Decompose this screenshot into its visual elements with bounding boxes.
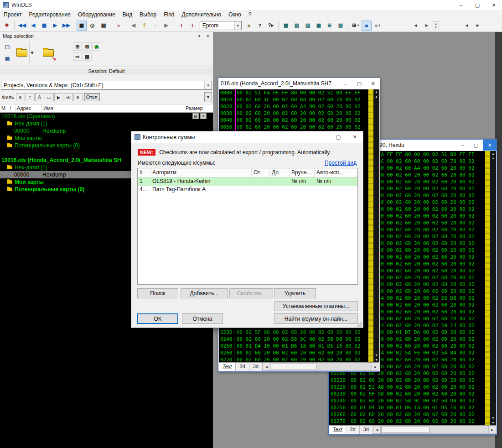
export-file-icon[interactable]: ↑	[150, 21, 160, 31]
column-header[interactable]: /	[8, 104, 16, 112]
version-list-icon[interactable]: ▦	[39, 21, 49, 31]
column-header[interactable]: Вручн...	[290, 168, 315, 177]
add-map-icon[interactable]: ⊞	[73, 42, 82, 51]
map-grid-small-icon[interactable]: ▦	[83, 52, 92, 61]
tree-folder[interactable]: Hex-дамп (1)	[0, 120, 213, 127]
tab-text[interactable]: Text	[329, 426, 346, 434]
hscroll-thumb[interactable]	[381, 427, 430, 433]
export-map-icon[interactable]: ⇨	[73, 52, 82, 61]
scroll-down-icon[interactable]: ▾	[490, 416, 496, 420]
scroll-up-icon[interactable]: ▴	[490, 156, 496, 160]
filter-dots-icon[interactable]: ::	[26, 93, 35, 101]
ok-button[interactable]: OK	[137, 313, 178, 324]
help-icon[interactable]: ?	[255, 21, 265, 31]
column-header[interactable]: Адрес	[16, 104, 42, 112]
close-button[interactable]: ✕	[347, 131, 363, 143]
menu-item[interactable]: Окно	[225, 10, 245, 19]
menu-item[interactable]: Дополнительно	[178, 10, 225, 19]
import-project-icon[interactable]: ↘	[39, 42, 57, 64]
column-header[interactable]: От	[252, 168, 270, 177]
tab-3d[interactable]: 3d	[360, 426, 373, 434]
filter-skip-icon[interactable]: ≪	[64, 93, 73, 101]
hscroll-left-icon[interactable]: ◂	[263, 363, 270, 371]
scroll-arrow-column[interactable]: ▴ ▴ ▾ ▾	[490, 151, 496, 425]
row-right-icon[interactable]: ▸	[473, 21, 483, 31]
map-list-icon[interactable]: ▩	[281, 21, 291, 31]
scroll-up-icon[interactable]: ▴	[373, 94, 379, 99]
search-button[interactable]: Поиск	[137, 288, 178, 298]
minimize-button[interactable]: –	[455, 140, 469, 151]
maximize-button[interactable]: ▢	[352, 78, 366, 89]
panel-menu-icon[interactable]: ▾	[196, 33, 203, 39]
insert-column-icon[interactable]: I	[187, 21, 197, 31]
menu-item[interactable]: Вид	[119, 10, 136, 19]
last-version-icon[interactable]: ▶▶	[61, 21, 72, 31]
scroll-down-icon[interactable]: ▾	[490, 421, 496, 425]
delete-map-icon[interactable]: ⊠	[83, 42, 92, 51]
checksum-row[interactable]: 1OLS819 - Honda-Keihin№ п/п№ п/п	[138, 177, 357, 186]
menu-item[interactable]: ?	[245, 10, 255, 19]
tab-text[interactable]: Text	[219, 363, 236, 371]
tab-2d[interactable]: 2d	[236, 363, 249, 371]
column-header[interactable]: Имя	[42, 104, 184, 112]
keys-icon[interactable]: ¤	[244, 21, 254, 31]
checksums-table[interactable]: #АлгоритмОтДоВручн...Авто-исп... 1OLS819…	[137, 168, 358, 285]
filter-equals-icon[interactable]: ≡	[16, 93, 25, 101]
close-button[interactable]: ✕	[366, 78, 380, 89]
map-new-icon[interactable]: ▨	[292, 21, 302, 31]
session-bar[interactable]: Session: Default	[1, 67, 212, 75]
map-close-icon[interactable]: ▦	[314, 21, 324, 31]
first-version-icon[interactable]: ◀◀	[17, 21, 27, 31]
map-delete-icon[interactable]: ▧	[303, 21, 313, 31]
resize-grip[interactable]	[356, 321, 362, 327]
open-project-icon[interactable]	[15, 42, 29, 64]
window-layout-icon[interactable]: ⊞▾	[351, 21, 361, 31]
scroll-down-icon[interactable]: ▾	[373, 353, 379, 357]
maximize-button[interactable]: ▢	[330, 131, 347, 143]
hscroll-track[interactable]	[270, 363, 372, 371]
column-left-icon[interactable]: ◂	[411, 21, 421, 31]
close-button[interactable]: ✕	[486, 0, 502, 10]
add-button[interactable]: Добавить...	[181, 288, 228, 298]
window-mode-icon[interactable]: ■	[362, 21, 372, 31]
map-properties-icon[interactable]: ▥	[336, 21, 346, 31]
import-file-icon[interactable]: ⇑	[140, 21, 150, 31]
hscroll-track[interactable]	[381, 426, 488, 434]
maximize-button[interactable]: ▢	[469, 0, 486, 10]
cancel-button[interactable]: Отмена	[182, 313, 223, 324]
scroll-up-icon[interactable]: ▴	[373, 90, 379, 94]
overview-scrollbar[interactable]	[485, 151, 490, 425]
close-button[interactable]: ✕	[483, 140, 497, 151]
column-header[interactable]: Размер	[184, 104, 213, 112]
tree-project[interactable]: 10016.ols (Оригинал)▤✕	[0, 113, 213, 120]
menu-item[interactable]: Оборудование	[74, 10, 119, 19]
tab-2d[interactable]: 2d	[346, 426, 359, 434]
row-left-icon[interactable]: ◂	[462, 21, 472, 31]
open-project-dropdown-icon[interactable]: ▾	[29, 42, 35, 64]
checksums-dialog[interactable]: Контрольные суммы – ▢ ✕ NEW: Checksums a…	[131, 131, 363, 328]
window-titlebar[interactable]: 016.ols (Honda_Accord_2.0i_Matsushita SH…	[218, 78, 380, 89]
back-icon[interactable]: ◀	[129, 21, 139, 31]
scroll-arrow-column[interactable]: ▴ ▴ ▾ ▾	[373, 89, 379, 362]
map-grid-icon[interactable]: ⊞	[325, 21, 335, 31]
column-header[interactable]: Авто-исп...	[315, 168, 358, 177]
project-list-icon[interactable]: ▤	[192, 113, 199, 119]
maximize-button[interactable]: ▢	[469, 140, 483, 151]
delete-button[interactable]: Удалить	[274, 288, 316, 298]
filter-dropdown-icon[interactable]: ▼	[204, 92, 212, 102]
hscroll-left-icon[interactable]: ◂	[373, 426, 381, 434]
next-version-icon[interactable]: ▶	[50, 21, 60, 31]
context-help-icon[interactable]: ?▸	[266, 21, 276, 31]
insert-row-icon[interactable]: I	[176, 21, 186, 31]
scroll-up-icon[interactable]: ▴	[490, 151, 496, 156]
column-header[interactable]: Алгоритм	[150, 168, 252, 177]
hscroll-thumb[interactable]	[271, 364, 316, 370]
filter-frame-icon[interactable]: ▭	[45, 93, 54, 101]
column-header[interactable]: #	[138, 168, 150, 177]
record-icon[interactable]: ◉	[92, 42, 101, 51]
column-header[interactable]: М	[0, 104, 8, 112]
minimize-button[interactable]: –	[453, 0, 469, 10]
new-project-icon[interactable]: ▢	[2, 42, 13, 52]
menu-item[interactable]: Выбор	[136, 10, 160, 19]
column-right-icon[interactable]: ▸	[422, 21, 432, 31]
